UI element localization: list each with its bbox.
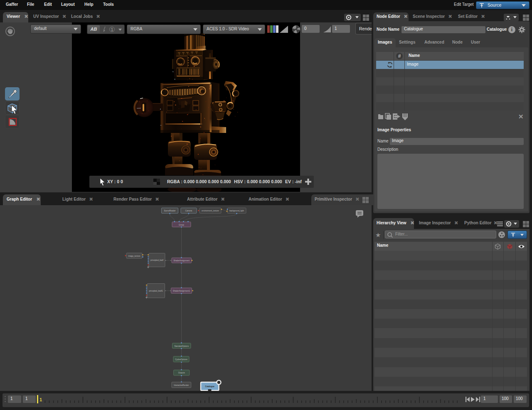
svg-text:InteractiveRender: InteractiveRender bbox=[174, 384, 189, 386]
svg-text:background_light: background_light bbox=[229, 210, 244, 212]
svg-text:Outputs: Outputs bbox=[178, 372, 185, 374]
svg-text:ShaderAssignment1: ShaderAssignment1 bbox=[173, 290, 190, 292]
svg-text:environment_texture: environment_texture bbox=[202, 210, 219, 212]
svg-text:principled_bsdf: principled_bsdf bbox=[150, 259, 164, 261]
svg-text:Group: Group bbox=[179, 224, 184, 226]
svg-text:ShaderAssignment: ShaderAssignment bbox=[173, 260, 190, 262]
svg-text:CyclesOptions: CyclesOptions bbox=[175, 358, 187, 361]
svg-text:Catalogue: Catalogue bbox=[205, 385, 215, 388]
svg-text:Camera: Camera bbox=[185, 210, 192, 212]
svg-text:StandardOptions: StandardOptions bbox=[174, 345, 189, 347]
svg-text:image_texture: image_texture bbox=[128, 255, 140, 257]
svg-text:SceneReader: SceneReader bbox=[164, 210, 176, 212]
svg-text:principled_bsdf1: principled_bsdf1 bbox=[149, 290, 163, 292]
